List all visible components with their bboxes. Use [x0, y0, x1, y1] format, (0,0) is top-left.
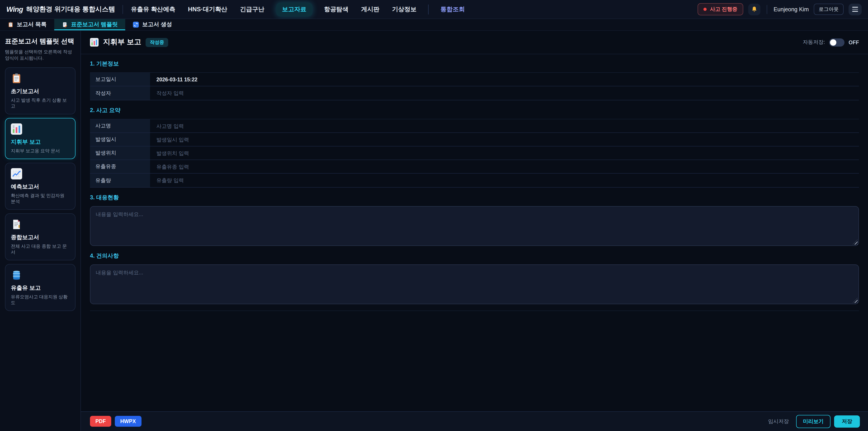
template-card-oil-spill-report[interactable]: 유출유 보고 유류오염사고 대응지원 상황도: [5, 264, 75, 311]
field-label: 사고명: [90, 119, 150, 132]
nav-item-integrated-search[interactable]: 통합조회: [440, 2, 466, 16]
tab-standard-templates[interactable]: 표준보고서 템플릿: [54, 19, 125, 30]
main-nav: 유출유 확산예측 HNS·대기확산 긴급구난 보고자료 항공탐색 게시판 기상정…: [130, 2, 466, 16]
clipboard-icon: [11, 73, 22, 84]
template-desc: 사고 발생 직후 초기 상황 보고: [11, 97, 70, 109]
form-header: 지휘부 보고 작성중 자동저장: OFF: [81, 31, 868, 54]
template-name: 지휘부 보고: [11, 138, 70, 146]
nav-item-reports[interactable]: 보고자료: [276, 2, 312, 16]
tab-report-list[interactable]: 보고서 목록: [0, 19, 54, 30]
incident-name-input[interactable]: [156, 123, 852, 129]
incident-status-label: 사고 진행중: [710, 6, 737, 13]
nav-separator: [428, 4, 429, 14]
export-hwpx-button[interactable]: HWPX: [115, 416, 141, 427]
tab-label: 보고서 목록: [17, 21, 46, 29]
topbar: Wing 해양환경 위기대응 통합시스템 유출유 확산예측 HNS·대기확산 긴…: [0, 0, 868, 19]
template-name: 종합보고서: [11, 234, 70, 241]
logout-button[interactable]: 로그아웃: [814, 4, 844, 15]
field-label: 발생위치: [90, 147, 150, 160]
oil-type-input[interactable]: [156, 164, 852, 169]
template-card-command-report[interactable]: 지휘부 보고 지휘부 보고용 요약 문서: [5, 118, 75, 159]
template-desc: 확산예측 결과 및 민감자원 분석: [11, 192, 70, 204]
oil-drum-icon: [11, 269, 22, 281]
notification-button[interactable]: [748, 3, 761, 15]
report-datetime-input[interactable]: [156, 76, 852, 82]
menu-icon: [852, 7, 858, 8]
document-icon: [11, 219, 22, 230]
clipboard-icon: [8, 22, 13, 28]
table-row: 유출유종: [90, 160, 859, 174]
occurrence-location-input[interactable]: [156, 150, 852, 156]
autosave-label: 자동저장:: [803, 39, 825, 45]
suggestions-field: [90, 265, 859, 304]
section-heading-incident-summary: 2. 사고 요약: [90, 107, 859, 114]
author-input[interactable]: [156, 90, 852, 96]
field-label: 발생일시: [90, 133, 150, 146]
divider: [122, 5, 123, 14]
tab-generate-report[interactable]: 보고서 생성: [125, 19, 180, 30]
template-desc: 지휘부 보고용 요약 문서: [11, 148, 70, 154]
autosave-state: OFF: [848, 39, 859, 45]
table-row: 발생일시: [90, 133, 859, 147]
field-label: 유출량: [90, 174, 150, 187]
basic-info-table: 보고일시 작성자: [90, 72, 859, 100]
export-pdf-button[interactable]: PDF: [90, 416, 111, 427]
table-row: 사고명: [90, 119, 859, 133]
template-card-comprehensive-report[interactable]: 종합보고서 전체 사고 대응 종합 보고 문서: [5, 213, 75, 260]
chart-up-icon: [11, 168, 22, 180]
report-form-panel: 지휘부 보고 작성중 자동저장: OFF 1. 기본정보 보고일시 작성자: [81, 31, 868, 431]
section-heading-response-status: 3. 대응현황: [90, 194, 859, 202]
section-heading-suggestions: 4. 건의사항: [90, 252, 859, 260]
save-button[interactable]: 저장: [834, 415, 860, 428]
template-card-initial-report[interactable]: 초기보고서 사고 발생 직후 초기 상황 보고: [5, 67, 75, 114]
user-name: Eunjeong Kim: [774, 6, 809, 12]
table-row: 유출량: [90, 174, 859, 187]
divider: [767, 5, 767, 14]
table-row: 발생위치: [90, 147, 859, 160]
tab-label: 보고서 생성: [142, 21, 172, 29]
table-row: 보고일시: [90, 73, 859, 86]
sidebar-subtitle: 템플릿을 선택하면 오른쪽에 작성 양식이 표시됩니다.: [5, 49, 75, 61]
incident-summary-table: 사고명 발생일시 발생위치 유출유종: [90, 119, 859, 188]
red-dot-icon: [704, 8, 707, 11]
field-label: 작성자: [90, 86, 150, 100]
spill-amount-input[interactable]: [156, 178, 852, 183]
brand[interactable]: Wing 해양환경 위기대응 통합시스템: [6, 5, 115, 13]
nav-item-weather[interactable]: 기상정보: [391, 2, 417, 16]
field-label: 유출유종: [90, 160, 150, 173]
memo-icon: [62, 22, 68, 28]
wing-logo: Wing: [6, 5, 23, 13]
preview-button[interactable]: 미리보기: [796, 415, 831, 428]
incident-status-badge: 사고 진행중: [698, 3, 743, 16]
table-row: 작성자: [90, 86, 859, 100]
divider: [90, 311, 859, 311]
bar-chart-icon: [90, 38, 98, 47]
nav-item-aerial-search[interactable]: 항공탐색: [323, 2, 349, 16]
template-name: 초기보고서: [11, 88, 70, 95]
hamburger-menu-button[interactable]: [848, 3, 862, 15]
nav-item-board[interactable]: 게시판: [360, 2, 380, 16]
temp-save-button[interactable]: 임시저장: [765, 415, 793, 428]
bar-chart-icon: [11, 123, 22, 135]
status-badge: 작성중: [146, 38, 168, 47]
template-desc: 유류오염사고 대응지원 상황도: [11, 294, 70, 306]
nav-item-hns-diffusion[interactable]: HNS·대기확산: [187, 2, 228, 16]
form-body: 1. 기본정보 보고일시 작성자 2. 사고 요약 사고명: [81, 54, 868, 411]
template-card-prediction-report[interactable]: 예측보고서 확산예측 결과 및 민감자원 분석: [5, 163, 75, 210]
field-label: 보고일시: [90, 73, 150, 86]
refresh-icon: [133, 22, 139, 28]
template-sidebar: 표준보고서 템플릿 선택 템플릿을 선택하면 오른쪽에 작성 양식이 표시됩니다…: [0, 31, 81, 431]
template-desc: 전체 사고 대응 종합 보고 문서: [11, 243, 70, 255]
nav-item-emergency-rescue[interactable]: 긴급구난: [239, 2, 266, 16]
suggestions-textarea[interactable]: [90, 265, 859, 304]
occurrence-datetime-input[interactable]: [156, 137, 852, 142]
tab-label: 표준보고서 템플릿: [71, 21, 118, 29]
bell-icon: [751, 6, 758, 13]
form-footer: PDF HWPX 임시저장 미리보기 저장: [81, 411, 868, 431]
nav-item-spill-prediction[interactable]: 유출유 확산예측: [130, 2, 176, 16]
response-status-textarea[interactable]: [90, 206, 859, 246]
topbar-right: 사고 진행중 Eunjeong Kim 로그아웃: [698, 3, 862, 16]
template-name: 유출유 보고: [11, 284, 70, 292]
app-window: Wing 해양환경 위기대응 통합시스템 유출유 확산예측 HNS·대기확산 긴…: [0, 0, 868, 431]
autosave-toggle[interactable]: [829, 38, 844, 46]
